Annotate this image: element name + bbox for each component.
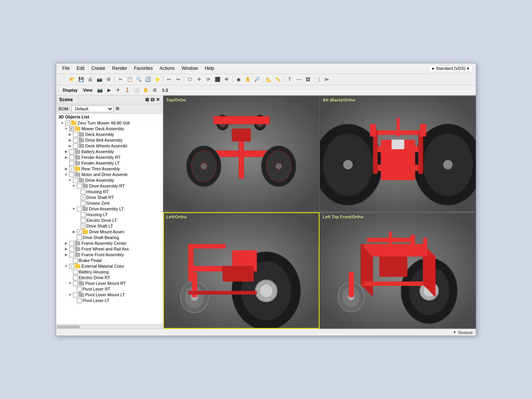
tree-toggle[interactable]: ▶ — [71, 230, 76, 234]
bookmark-button[interactable]: ⭐ — [153, 75, 161, 84]
panel-icon-1[interactable]: ⊞ — [145, 97, 149, 102]
tree-item-drive-shaft-lt[interactable]: ✓Drive Shaft LT — [56, 223, 163, 229]
viewport-left-ortho[interactable]: Left/Ortho — [163, 212, 320, 329]
tree-item-drive-asm-lt[interactable]: ▼Drive Assembly LT — [56, 206, 163, 212]
tree-item-drive-asm[interactable]: ▼Drive Assembly — [56, 178, 163, 183]
image-button[interactable]: 🖼 — [304, 75, 312, 84]
tree-item-battery[interactable]: ▶Battery Assembly — [56, 149, 163, 155]
text-button[interactable]: T — [285, 75, 294, 84]
menu-file[interactable]: File — [59, 65, 73, 72]
tree-item-ext-material[interactable]: ▼✓External Material Color — [56, 263, 163, 269]
tree-item-drive-shaft-rt[interactable]: ✓Drive Shaft RT — [56, 195, 163, 200]
tree-toggle[interactable]: ▶ — [64, 247, 68, 251]
tree-checkbox[interactable]: ✓ — [69, 126, 74, 131]
tree-item-rear-tires[interactable]: ▶✓Rear Tires Assembly — [56, 166, 163, 172]
tree-checkbox[interactable] — [73, 138, 78, 143]
undo-button[interactable]: ↩ — [165, 75, 173, 84]
tree-item-deck-assembly[interactable]: ▶Deck Assembly — [56, 132, 163, 137]
tree-checkbox[interactable] — [77, 235, 82, 240]
sub-hand-btn[interactable]: ✋ — [141, 86, 150, 94]
tree-toggle[interactable]: ▼ — [71, 184, 76, 188]
tree-toggle[interactable]: ▼ — [68, 293, 72, 297]
view-button[interactable]: 👁 — [222, 75, 231, 84]
sub-zoom-btn[interactable]: ⬜ — [132, 86, 141, 94]
screenshot-button[interactable]: 📷 — [95, 75, 104, 84]
search-button[interactable]: 🔍 — [135, 75, 143, 84]
tree-item-pivot-lever-lt[interactable]: Pivot Lever LT — [56, 298, 163, 304]
tree-checkbox[interactable]: ✓ — [69, 166, 74, 171]
tree-toggle[interactable]: ▶ — [64, 241, 68, 245]
menu-render[interactable]: Render — [109, 65, 130, 72]
scale-button[interactable]: ⬛ — [213, 75, 222, 84]
refresh-button[interactable]: 🔄 — [144, 75, 152, 84]
viewport-top-ortho[interactable]: Top/Ortho — [163, 95, 320, 212]
menu-help[interactable]: Help — [202, 65, 217, 72]
tree-toggle[interactable]: ▶ — [68, 144, 72, 148]
tree-checkbox[interactable]: ✓ — [81, 224, 86, 229]
tree-item-housing-lt[interactable]: Housing LT — [56, 212, 163, 218]
pan-button[interactable]: ✋ — [243, 75, 252, 84]
dimension-button[interactable]: 📏 — [274, 75, 282, 84]
tree-item-root[interactable]: ▼✓Zero Turn Mower 48-80 Volt — [56, 120, 163, 126]
tree-item-grease-zerk[interactable]: Grease Zerk — [56, 200, 163, 206]
walk-btn[interactable]: 🚶 — [123, 86, 131, 94]
tree-toggle[interactable]: ▼ — [64, 264, 68, 268]
tree-toggle[interactable]: ▶ — [64, 155, 68, 159]
tree-toggle[interactable]: ▼ — [71, 207, 76, 211]
tree-toggle[interactable]: ▶ — [68, 132, 72, 136]
tree-checkbox[interactable] — [81, 218, 86, 223]
tree-item-mower-deck[interactable]: ▼✓Mower Deck Assembly — [56, 126, 163, 132]
tree-checkbox[interactable]: ✓ — [69, 264, 74, 269]
tree-item-fender-lt[interactable]: Fender Assembly LT — [56, 160, 163, 166]
tree-toggle[interactable]: ▶ — [64, 150, 68, 153]
viewport-left-top-front[interactable]: Left Top Front/Ortho — [320, 212, 476, 329]
move-button[interactable]: ✛ — [195, 75, 203, 84]
tree-toggle[interactable]: ▼ — [64, 127, 68, 131]
panel-icon-2[interactable]: ⊟ — [151, 97, 154, 102]
tree-checkbox[interactable] — [69, 155, 74, 160]
sub-view-btn[interactable]: ▶ — [105, 86, 113, 94]
tree-item-front-wheel-rail[interactable]: ▶Front Wheel and Rail Ass — [56, 246, 163, 252]
tree-item-pivot-lever-rt[interactable]: Pivot Lever RT — [56, 286, 163, 292]
new-button[interactable]: 📄 — [58, 75, 67, 84]
save-button[interactable]: 💾 — [77, 75, 85, 84]
tree-checkbox[interactable] — [69, 241, 74, 246]
tree-item-drive-belt[interactable]: ▶Drive Belt Assembly — [56, 137, 163, 143]
camera-button[interactable]: 📷 — [96, 86, 104, 94]
tree-checkbox[interactable] — [73, 281, 78, 286]
tree-item-brake-pedal[interactable]: Brake Pedal — [56, 258, 163, 263]
tree-toggle[interactable]: ▶ — [64, 253, 68, 257]
tree-checkbox[interactable] — [73, 132, 78, 137]
redo-button[interactable]: ↪ — [174, 75, 182, 84]
fly-btn[interactable]: ✈ — [114, 86, 122, 94]
tree-checkbox[interactable] — [73, 144, 78, 149]
sub-measure-btn[interactable]: ⊞ — [151, 86, 159, 94]
orbit-button[interactable]: ◉ — [234, 75, 243, 84]
tree-item-pivot-lever-mt-lt[interactable]: ▼Pivot Lever Mount LT — [56, 292, 163, 298]
cut-button[interactable]: ✂ — [116, 75, 125, 84]
tree-toggle[interactable]: ▶ — [68, 138, 72, 142]
tree-toggle[interactable]: ▼ — [68, 281, 72, 285]
open-button[interactable]: 📂 — [68, 75, 76, 84]
tree-toggle[interactable]: ▼ — [60, 121, 65, 125]
print-button[interactable]: 🖨 — [86, 75, 94, 84]
menu-window[interactable]: Window — [178, 65, 201, 72]
tree-toggle[interactable]: ▼ — [64, 173, 68, 176]
restore-button[interactable]: ✦ Restore — [453, 330, 473, 335]
tree-checkbox[interactable] — [81, 201, 86, 206]
tree-checkbox[interactable] — [73, 275, 78, 280]
view-label[interactable]: View — [81, 87, 95, 93]
tree-item-electric-drive-lt[interactable]: Electric Drive LT — [56, 218, 163, 223]
tree-item-deck-wheels[interactable]: ▶Deck Wheels Assembl — [56, 143, 163, 149]
tree-checkbox[interactable] — [73, 178, 78, 183]
standard-vds-button[interactable]: ● Standard (VDS) ▾ — [428, 65, 473, 72]
zoom-label[interactable]: 1:1 — [160, 87, 170, 93]
tree-checkbox[interactable] — [77, 287, 82, 292]
scrollbar-thumb[interactable] — [57, 325, 80, 328]
menu-edit[interactable]: Edit — [73, 65, 88, 72]
tree-item-electric-drive-rt[interactable]: Electric Drive RT — [56, 275, 163, 281]
tree-checkbox[interactable] — [73, 292, 78, 297]
tree-checkbox[interactable] — [73, 258, 78, 263]
tree-checkbox[interactable] — [77, 184, 82, 189]
tree-item-drive-mount[interactable]: ▶✓Drive Mount Assen — [56, 229, 163, 235]
